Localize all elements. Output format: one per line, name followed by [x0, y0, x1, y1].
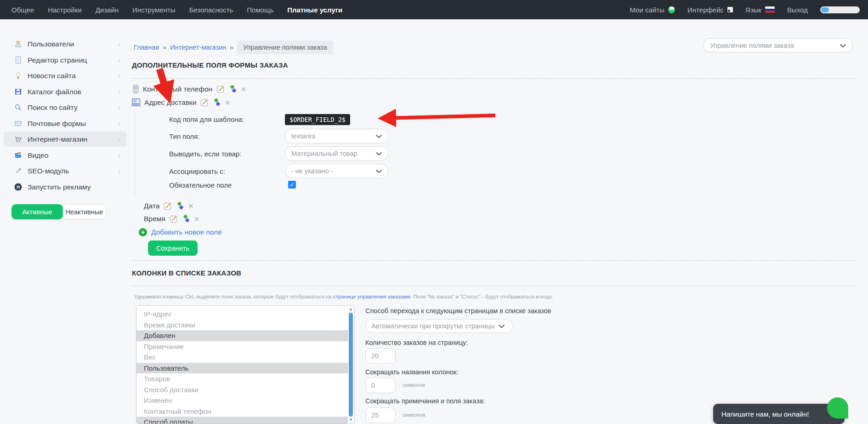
- list-item[interactable]: Контактный телефон: [136, 406, 348, 417]
- dashed-divider: [132, 78, 856, 79]
- list-item[interactable]: Добавлен: [136, 330, 348, 341]
- associate-value: - не указано -: [291, 167, 333, 175]
- page-editor-icon: [14, 56, 22, 64]
- edit-icon[interactable]: [216, 85, 226, 94]
- columns-section-title: КОЛОНКИ В СПИСКЕ ЗАКАЗОВ: [132, 269, 241, 277]
- template-code-value[interactable]: $ORDER_FIELD_2$: [285, 114, 350, 125]
- mail-forms-icon: [14, 120, 22, 128]
- menu-settings[interactable]: Настройки: [48, 6, 82, 14]
- logout-link[interactable]: Выход: [787, 6, 808, 14]
- my-sites-link[interactable]: Мои сайты: [630, 6, 675, 14]
- sidebar-item-video[interactable]: Видео›: [4, 148, 127, 163]
- truncate-columns-input[interactable]: [365, 378, 396, 393]
- add-new-field-link[interactable]: + Добавить новое поле: [139, 228, 222, 236]
- edit-icon[interactable]: [164, 201, 173, 211]
- menu-paid-services[interactable]: Платные услуги: [287, 6, 342, 14]
- delete-icon[interactable]: ×: [225, 97, 230, 107]
- list-item[interactable]: IP-адрес: [136, 309, 348, 320]
- delete-icon[interactable]: ×: [194, 214, 199, 223]
- sidebar-item-launch-ads[interactable]: Я Запустить рекламу: [4, 179, 127, 195]
- scrollbar-thumb[interactable]: [349, 313, 353, 417]
- show-if-label: Выводить, если товар:: [169, 150, 242, 158]
- associate-label: Ассоциировать с:: [169, 167, 225, 175]
- show-if-select[interactable]: Материальный товар: [285, 146, 388, 161]
- order-columns-listbox[interactable]: IP-адрес Время доставки Добавлен Примеча…: [136, 305, 355, 424]
- site-search-icon: [14, 103, 22, 112]
- sidebar-item-file-catalog[interactable]: Каталог файлов›: [4, 84, 127, 99]
- chevron-right-icon: ›: [118, 104, 120, 111]
- menu-security[interactable]: Безопасность: [189, 6, 233, 14]
- scroll-up-icon[interactable]: ▲: [349, 308, 353, 311]
- language-link[interactable]: Язык: [745, 6, 775, 14]
- reorder-icon[interactable]: [230, 85, 237, 93]
- list-item[interactable]: Пользователь: [136, 363, 348, 374]
- list-item[interactable]: Товаров: [136, 373, 348, 384]
- per-page-input[interactable]: [365, 348, 396, 364]
- globe-icon: [668, 6, 675, 13]
- truncate-notes-input[interactable]: [365, 407, 396, 423]
- sidebar-item-label: Пользователи: [28, 40, 74, 48]
- field-row-time: Время ×: [144, 214, 199, 223]
- associate-select[interactable]: - не указано -: [285, 164, 388, 178]
- list-item[interactable]: Время доставки: [136, 320, 348, 331]
- sidebar-item-label: Редактор страниц: [28, 56, 87, 64]
- chevron-right-icon: ›: [118, 57, 120, 64]
- list-item[interactable]: Примечание: [136, 341, 348, 352]
- reorder-icon[interactable]: [214, 98, 221, 106]
- sidebar-item-mail-forms[interactable]: Почтовые формы›: [4, 116, 127, 131]
- reorder-icon[interactable]: [177, 202, 184, 210]
- chat-widget[interactable]: Напишите нам, мы онлайн!: [713, 404, 845, 424]
- sidebar-item-users[interactable]: Пользователи›: [4, 36, 127, 52]
- chevron-right-icon: ›: [118, 167, 120, 175]
- inactive-filter-button[interactable]: Неактивные: [63, 204, 106, 219]
- my-sites-label: Мои сайты: [630, 6, 664, 14]
- page-select-dropdown[interactable]: Управление полями заказа: [703, 38, 853, 52]
- orders-page-link[interactable]: странице управления заказами: [333, 294, 410, 299]
- chars-suffix: символов: [403, 412, 425, 418]
- topbar-right: Мои сайты Интерфейс Язык Выход: [630, 0, 860, 19]
- required-field-label: Обязательное поле: [169, 181, 232, 189]
- delete-icon[interactable]: ×: [241, 84, 246, 94]
- dashed-divider: [132, 260, 856, 261]
- indent-guide: [135, 112, 135, 197]
- edit-icon[interactable]: [200, 98, 210, 107]
- list-item[interactable]: Способ оплаты: [136, 417, 348, 424]
- field-label-phone: Контактный телефон: [143, 85, 212, 93]
- topbar: Общее Настройки Дизайн Инструменты Безоп…: [0, 0, 868, 19]
- delete-icon[interactable]: ×: [188, 201, 193, 211]
- sidebar-item-seo-module[interactable]: SEO-модуль›: [4, 163, 127, 178]
- save-button[interactable]: Сохранить: [148, 241, 198, 256]
- yandex-ad-icon: Я: [14, 183, 22, 191]
- field-label-address: Адрес доставки: [144, 98, 196, 107]
- listbox-scrollbar[interactable]: ▲ ▼: [348, 306, 354, 423]
- menu-general[interactable]: Общее: [11, 6, 34, 14]
- sidebar-item-online-shop[interactable]: Интернет-магазин›: [4, 132, 127, 147]
- sidebar-item-site-search[interactable]: Поиск по сайту›: [4, 100, 127, 115]
- sidebar-item-page-editor[interactable]: Редактор страниц›: [4, 52, 127, 68]
- required-checkbox[interactable]: ✓: [288, 181, 296, 189]
- breadcrumb: Главная » Интернет-магазин » Управление …: [134, 40, 333, 54]
- field-type-select[interactable]: textarea: [285, 129, 388, 143]
- list-item[interactable]: Способ доставки: [136, 384, 348, 395]
- fields-filter-toggle: Активные Неактивные: [11, 204, 106, 219]
- breadcrumb-separator: »: [163, 44, 166, 51]
- menu-help[interactable]: Помощь: [247, 6, 273, 14]
- interface-icon: [727, 7, 733, 12]
- menu-tools[interactable]: Инструменты: [132, 6, 176, 14]
- menu-design[interactable]: Дизайн: [96, 6, 119, 14]
- list-item[interactable]: Вес: [136, 352, 348, 363]
- chevron-down-icon: [840, 42, 846, 49]
- reorder-icon[interactable]: [183, 215, 190, 223]
- active-filter-button[interactable]: Активные: [11, 204, 63, 219]
- sidebar-item-site-news[interactable]: Новости сайта›: [4, 68, 127, 83]
- edit-icon[interactable]: [170, 214, 179, 223]
- chevron-down-icon: [376, 150, 382, 157]
- list-item[interactable]: Изменён: [136, 395, 348, 406]
- scroll-down-icon[interactable]: ▼: [349, 418, 353, 422]
- breadcrumb-home-link[interactable]: Главная: [134, 44, 159, 51]
- paging-mode-select[interactable]: Автоматически при прокрутке страницы: [365, 319, 513, 333]
- usage-indicator[interactable]: [820, 6, 860, 13]
- interface-link[interactable]: Интерфейс: [687, 6, 733, 14]
- breadcrumb-shop-link[interactable]: Интернет-магазин: [170, 44, 226, 51]
- sidebar-item-label: Видео: [28, 151, 48, 160]
